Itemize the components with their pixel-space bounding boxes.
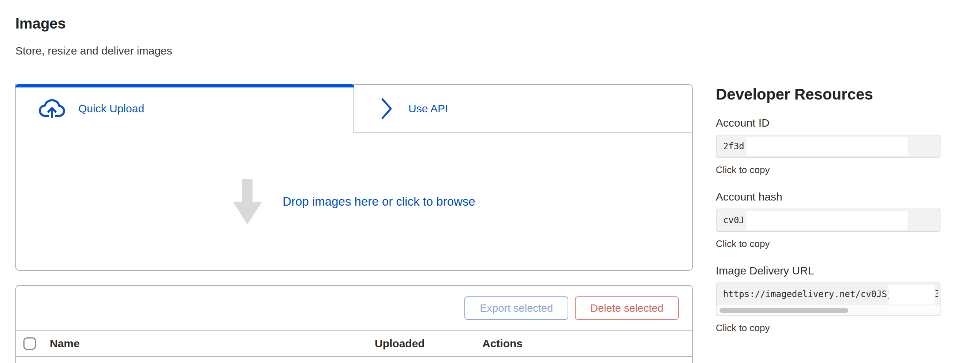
- account-hash-label: Account hash: [716, 190, 940, 204]
- account-id-value: 2f3d: [723, 141, 745, 151]
- images-page: Images Store, resize and deliver images …: [0, 0, 980, 363]
- export-selected-button[interactable]: Export selected: [465, 296, 568, 320]
- redaction-overlay: [746, 211, 908, 230]
- column-header-actions: Actions: [482, 338, 523, 350]
- click-to-copy-hint: Click to copy: [716, 164, 940, 176]
- scrollbar-thumb[interactable]: [719, 308, 848, 313]
- account-hash-resource: Account hash cv0J Click to copy: [716, 190, 940, 250]
- account-hash-value: cv0J: [723, 215, 745, 225]
- tab-quick-upload[interactable]: Quick Upload: [15, 84, 354, 133]
- developer-resources-heading: Developer Resources: [716, 84, 940, 103]
- down-arrow-icon: [233, 179, 262, 224]
- image-delivery-url-value: https://imagedelivery.net/cv0JSj: [723, 289, 892, 299]
- image-list-card: Export selected Delete selected Name Upl…: [15, 285, 693, 363]
- upload-card: Quick Upload Use API Drop images here or…: [15, 84, 693, 271]
- upload-tabs: Quick Upload Use API: [15, 84, 693, 133]
- redaction-overlay: [746, 137, 908, 156]
- dropzone-label: Drop images here or click to browse: [283, 195, 475, 209]
- active-tab-indicator: [15, 84, 354, 88]
- cloud-upload-icon: [39, 99, 65, 119]
- account-id-resource: Account ID 2f3d Click to copy: [716, 116, 940, 176]
- image-delivery-url-resource: Image Delivery URL https://imagedelivery…: [716, 264, 940, 334]
- developer-resources-panel: Developer Resources Account ID 2f3d Clic…: [716, 84, 940, 334]
- delete-selected-button[interactable]: Delete selected: [575, 296, 679, 320]
- column-header-name: Name: [50, 338, 80, 350]
- account-id-field[interactable]: 2f3d: [716, 135, 940, 158]
- click-to-copy-hint: Click to copy: [716, 238, 940, 250]
- redaction-overlay: [889, 285, 935, 304]
- clipped-url-character: 3: [935, 289, 938, 299]
- image-delivery-url-field[interactable]: https://imagedelivery.net/cv0JSj 3: [716, 282, 940, 316]
- account-id-label: Account ID: [716, 116, 940, 129]
- image-delivery-url-label: Image Delivery URL: [716, 264, 940, 277]
- list-toolbar: Export selected Delete selected: [16, 286, 692, 331]
- table-header: Name Uploaded Actions: [16, 331, 692, 357]
- tab-use-api-label: Use API: [408, 102, 448, 115]
- column-header-uploaded: Uploaded: [375, 338, 425, 350]
- click-to-copy-hint: Click to copy: [716, 322, 940, 334]
- page-subtitle: Store, resize and deliver images: [15, 45, 172, 57]
- account-hash-field[interactable]: cv0J: [716, 209, 940, 232]
- chevron-right-icon: [380, 97, 393, 120]
- select-all-checkbox[interactable]: [24, 338, 36, 350]
- tab-use-api[interactable]: Use API: [354, 84, 693, 133]
- dropzone[interactable]: Drop images here or click to browse: [15, 133, 693, 271]
- tab-quick-upload-label: Quick Upload: [78, 102, 144, 115]
- horizontal-scrollbar[interactable]: [716, 305, 940, 315]
- page-title: Images: [15, 15, 66, 32]
